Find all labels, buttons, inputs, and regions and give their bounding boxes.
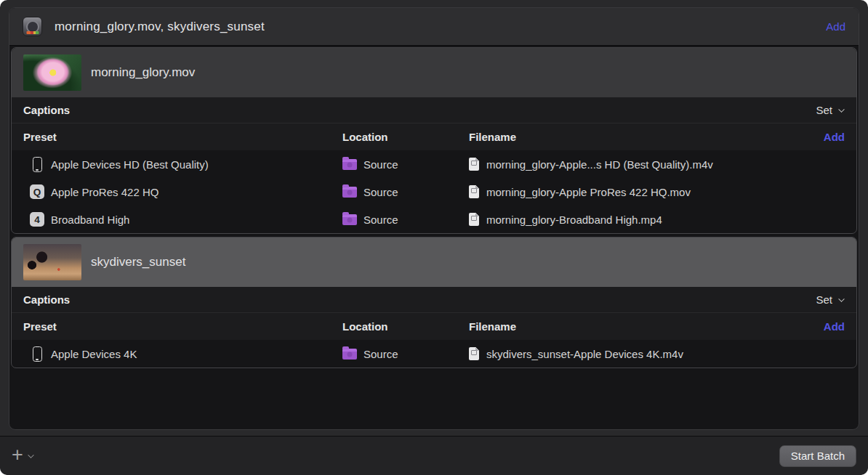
job-thumbnail-skydivers: [23, 244, 81, 280]
output-filename: morning_glory-Broadband High.mp4: [486, 214, 662, 226]
batch-header: morning_glory.mov, skydivers_sunset Add: [9, 8, 859, 46]
captions-row: Captions Set: [12, 97, 856, 123]
column-header-preset: Preset: [23, 320, 342, 333]
captions-set-dropdown[interactable]: Set: [816, 104, 845, 116]
preset-name: Broadband High: [51, 214, 129, 226]
batch-panel: morning_glory.mov, skydivers_sunset Add …: [9, 7, 859, 430]
chevron-down-icon: [839, 297, 845, 303]
column-header-filename: Filename: [469, 320, 824, 333]
job-title: morning_glory.mov: [91, 65, 195, 80]
output-table-header: Preset Location Filename Add: [12, 123, 856, 150]
location-name: Source: [363, 186, 398, 198]
job-card-skydivers-sunset: skydivers_sunset Captions Set Preset Loc…: [11, 237, 857, 368]
column-header-location: Location: [342, 131, 469, 143]
apple-device-icon: [33, 157, 42, 172]
apple-device-icon: [33, 346, 42, 362]
chevron-down-icon: [839, 107, 845, 113]
column-header-location: Location: [342, 320, 469, 333]
set-label: Set: [816, 104, 832, 116]
job-card-morning-glory: morning_glory.mov Captions Set Preset Lo…: [11, 47, 857, 234]
mpeg4-icon: 4: [30, 212, 44, 227]
captions-row: Captions Set: [12, 287, 856, 313]
output-row[interactable]: Apple Devices HD (Best Quality) Source m…: [12, 150, 856, 178]
captions-set-dropdown[interactable]: Set: [816, 293, 845, 306]
column-header-preset: Preset: [23, 131, 342, 143]
output-filename: skydivers_sunset-Apple Devices 4K.m4v: [486, 348, 683, 360]
start-batch-button[interactable]: Start Batch: [779, 445, 856, 467]
location-name: Source: [363, 348, 398, 360]
add-job-link[interactable]: Add: [826, 20, 845, 33]
add-output-link[interactable]: Add: [824, 131, 845, 143]
batch-title: morning_glory.mov, skydivers_sunset: [55, 20, 265, 34]
source-folder-icon: [342, 349, 357, 360]
job-title: skydivers_sunset: [91, 255, 185, 269]
captions-label: Captions: [23, 293, 70, 306]
preset-name: Apple ProRes 422 HQ: [51, 186, 158, 198]
source-folder-icon: [342, 187, 357, 198]
output-table-header: Preset Location Filename Add: [12, 313, 856, 340]
captions-label: Captions: [23, 104, 70, 116]
add-menu-button[interactable]: +: [12, 447, 34, 465]
output-file-icon: [469, 347, 479, 360]
preset-name: Apple Devices HD (Best Quality): [51, 158, 209, 171]
set-label: Set: [816, 293, 832, 306]
add-output-link[interactable]: Add: [824, 320, 845, 333]
output-row[interactable]: Q Apple ProRes 422 HQ Source morning_glo…: [12, 178, 856, 206]
output-file-icon: [469, 213, 479, 226]
location-name: Source: [363, 158, 398, 171]
job-header[interactable]: skydivers_sunset: [12, 238, 856, 287]
source-folder-icon: [342, 159, 357, 170]
job-thumbnail-flower: [23, 54, 81, 91]
location-name: Source: [363, 214, 398, 226]
output-filename: morning_glory-Apple...s HD (Best Quality…: [486, 158, 713, 171]
output-row[interactable]: 4 Broadband High Source morning_glory-Br…: [12, 206, 856, 233]
output-filename: morning_glory-Apple ProRes 422 HQ.mov: [486, 186, 691, 198]
job-header[interactable]: morning_glory.mov: [12, 48, 856, 97]
output-file-icon: [469, 185, 479, 198]
column-header-filename: Filename: [469, 131, 824, 143]
plus-icon: +: [12, 445, 23, 465]
output-file-icon: [469, 158, 479, 171]
chevron-down-icon: [28, 453, 33, 459]
source-folder-icon: [342, 214, 357, 225]
bottom-toolbar: + Start Batch: [0, 436, 868, 475]
preset-name: Apple Devices 4K: [51, 348, 137, 360]
quicktime-icon: Q: [30, 184, 44, 199]
output-row[interactable]: Apple Devices 4K Source skydivers_sunset…: [12, 340, 856, 368]
compressor-app-icon: [23, 17, 42, 36]
